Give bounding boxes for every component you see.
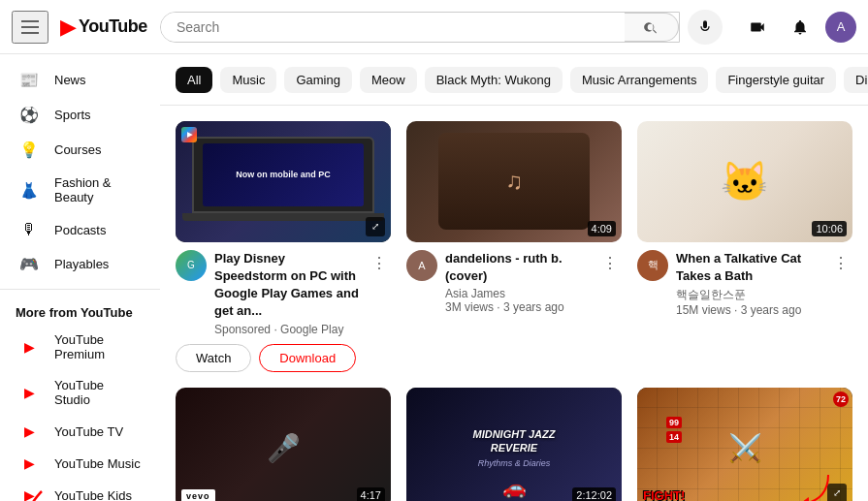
google-play-logo: ▶ (181, 127, 197, 142)
chip-musicarrangements[interactable]: Music Arrangements (570, 67, 709, 93)
news-icon: 📰 (19, 71, 39, 89)
podcasts-icon: 🎙 (19, 221, 39, 238)
menu-button[interactable] (12, 11, 48, 44)
sports-icon: ⚽ (19, 106, 39, 124)
playables-icon: 🎮 (19, 255, 39, 273)
sidebar-item-podcasts[interactable]: 🎙 Podcasts (4, 213, 156, 246)
video-thumbnail-herowars: ⚔️ 72 99 14 FIGHT! ⤢ (637, 388, 852, 501)
video-thumbnail-jazz: MIDNIGHT JAZZREVERIE Rhythms & Diaries 🚗… (406, 388, 622, 501)
video-thumbnail-ad: Now on mobile and PC ▶ ⤢ (176, 121, 391, 242)
fashion-icon: 👗 (19, 181, 39, 200)
header: ▶ YouTube A (0, 0, 868, 54)
ad-info: G Play Disney Speedstorm on PC with Goog… (176, 250, 391, 372)
video-card-jazz[interactable]: MIDNIGHT JAZZREVERIE Rhythms & Diaries 🚗… (406, 388, 622, 501)
video-grid: Now on mobile and PC ▶ ⤢ (160, 106, 868, 501)
chip-all[interactable]: All (176, 67, 212, 93)
sidebar-item-courses[interactable]: 💡 Courses (4, 133, 156, 167)
search-bar (160, 12, 680, 43)
video-thumbnail-weeknd: 🎤 4:17 vevo (176, 388, 391, 501)
watch-button[interactable]: Watch (176, 344, 251, 372)
studio-icon: ▶ (19, 385, 39, 400)
bell-icon (791, 18, 809, 36)
tv-icon: ▶ (19, 423, 39, 439)
video-card-dandelions[interactable]: ♫ 4:09 A dandelions - ruth b. (cover) As… (406, 121, 622, 372)
create-icon (749, 18, 766, 36)
duration-badge-cat: 10:06 (812, 221, 847, 236)
ad-title: Play Disney Speedstorm on PC with Google… (214, 250, 360, 321)
ad-more-button[interactable]: ⋮ (368, 250, 391, 276)
video-info-dandelions: A dandelions - ruth b. (cover) Asia Jame… (406, 250, 622, 314)
vevo-badge: vevo (181, 489, 215, 502)
cat-more-button[interactable]: ⋮ (829, 250, 852, 276)
channel-avatar-cat: 핵 (637, 250, 668, 281)
video-channel-dandelions: Asia James (445, 287, 591, 300)
duration-badge-jazz: 2:12:02 (572, 487, 616, 502)
video-meta-dandelions: dandelions - ruth b. (cover) Asia James … (445, 250, 591, 314)
video-card-weeknd[interactable]: 🎤 4:17 vevo W The Weeknd - Dancing In Th… (176, 388, 391, 501)
video-stats-dandelions: 3M views · 3 years ago (445, 300, 591, 314)
main-layout: 📰 News ⚽ Sports 💡 Courses 👗 Fashion & Be… (0, 54, 868, 501)
chip-fingerstyle[interactable]: Fingerstyle guitar (716, 67, 836, 93)
chip-music[interactable]: Music (220, 67, 276, 93)
expand-icon-herowars: ⤢ (827, 484, 847, 502)
create-button[interactable] (740, 10, 775, 45)
download-button[interactable]: Download (259, 344, 356, 372)
sidebar-divider-1 (0, 289, 160, 290)
chips-bar: All Music Gaming Meow Black Myth: Wukong… (160, 54, 868, 106)
sidebar-more-section: More from YouTube (0, 297, 160, 324)
ad-meta: Play Disney Speedstorm on PC with Google… (214, 250, 360, 336)
sidebar-item-playables[interactable]: 🎮 Playables (4, 247, 156, 281)
fight-badge: FIGHT! (643, 488, 685, 502)
duration-badge-weeknd: 4:17 (357, 487, 385, 502)
video-card-cat[interactable]: 🐱 10:06 핵 When a Talkative Cat Takes a B… (637, 121, 852, 372)
sidebar-item-kids[interactable]: ▶ YouTube Kids (4, 480, 156, 501)
courses-icon: 💡 (19, 141, 39, 159)
sidebar-item-music[interactable]: ▶ YouTube Music (4, 448, 156, 479)
video-card-ad[interactable]: Now on mobile and PC ▶ ⤢ (176, 121, 391, 372)
video-info-cat: 핵 When a Talkative Cat Takes a Bath 핵슬일한… (637, 250, 852, 317)
sidebar-item-sports[interactable]: ⚽ Sports (4, 98, 156, 132)
logo-text: YouTube (79, 16, 147, 37)
search-icon (643, 19, 659, 35)
chip-meow[interactable]: Meow (360, 67, 417, 93)
dandelions-more-button[interactable]: ⋮ (598, 250, 622, 276)
avatar[interactable]: A (825, 12, 856, 43)
ad-thumb-text: Now on mobile and PC (236, 170, 331, 181)
video-title-dandelions: dandelions - ruth b. (cover) (445, 250, 591, 285)
sidebar-item-news[interactable]: 📰 News (4, 63, 156, 97)
sidebar-item-tv[interactable]: ▶ YouTube TV (4, 416, 156, 447)
search-button[interactable] (625, 13, 679, 42)
video-meta-cat: When a Talkative Cat Takes a Bath 핵슬일한스푼… (676, 250, 821, 317)
video-card-herowars[interactable]: ⚔️ 72 99 14 FIGHT! ⤢ (637, 388, 852, 501)
sidebar-item-premium[interactable]: ▶ YouTube Premium (4, 325, 156, 369)
video-stats-cat: 15M views · 3 years ago (676, 303, 821, 317)
ad-actions: Watch Download (176, 344, 391, 372)
mic-icon (697, 19, 713, 35)
ad-channel-avatar: G (176, 250, 207, 281)
sidebar: 📰 News ⚽ Sports 💡 Courses 👗 Fashion & Be… (0, 54, 160, 501)
sidebar-item-studio[interactable]: ▶ YouTube Studio (4, 370, 156, 415)
content-area: All Music Gaming Meow Black Myth: Wukong… (160, 54, 868, 501)
video-thumbnail-cat: 🐱 10:06 (637, 121, 852, 242)
search-area (160, 10, 723, 45)
video-thumbnail-dandelions: ♫ 4:09 (406, 121, 622, 242)
kids-icon: ▶ (19, 487, 39, 501)
premium-icon: ▶ (19, 339, 39, 355)
channel-avatar-dandelions: A (406, 250, 437, 281)
header-right: A (740, 10, 856, 45)
expand-icon: ⤢ (366, 217, 385, 236)
music-icon: ▶ (19, 455, 39, 471)
ad-stats: Sponsored · Google Play (214, 323, 360, 336)
notifications-button[interactable] (783, 10, 818, 45)
logo[interactable]: ▶ YouTube (60, 15, 147, 40)
video-channel-cat: 핵슬일한스푼 (676, 287, 821, 303)
sidebar-item-fashion[interactable]: 👗 Fashion & Beauty (4, 168, 156, 212)
duration-badge-dandelions: 4:09 (588, 221, 616, 236)
youtube-logo-icon: ▶ (60, 15, 77, 40)
chip-blackmyth[interactable]: Black Myth: Wukong (425, 67, 563, 93)
microphone-button[interactable] (688, 10, 723, 45)
search-input[interactable] (161, 13, 625, 42)
chip-gaming[interactable]: Gaming (284, 67, 352, 93)
header-left: ▶ YouTube (12, 11, 147, 44)
chip-digitalpiano[interactable]: Digital piano (844, 67, 868, 93)
